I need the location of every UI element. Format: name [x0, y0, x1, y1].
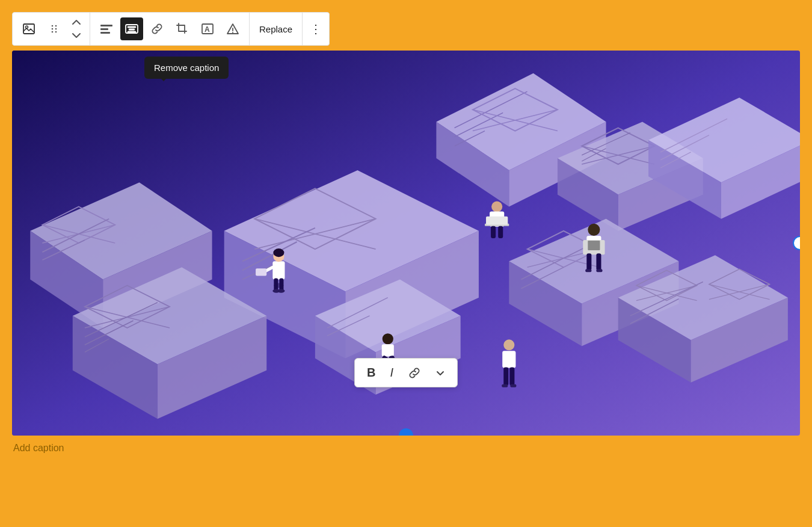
svg-rect-107 [491, 226, 496, 238]
svg-point-117 [383, 333, 393, 344]
svg-point-2 [52, 25, 54, 27]
svg-rect-118 [382, 344, 394, 356]
svg-rect-106 [486, 217, 508, 225]
svg-rect-10 [100, 32, 110, 34]
svg-point-3 [55, 25, 57, 27]
svg-rect-13 [129, 29, 135, 30]
svg-rect-108 [498, 226, 503, 238]
svg-rect-114 [596, 253, 601, 270]
svg-rect-9 [100, 28, 108, 30]
bold-button[interactable]: B [364, 363, 378, 382]
caption-more-button[interactable] [433, 366, 448, 380]
text-button[interactable]: A [196, 17, 219, 40]
svg-rect-123 [503, 368, 508, 386]
svg-rect-115 [585, 269, 591, 272]
caption-link-button[interactable] [405, 364, 423, 382]
svg-rect-8 [100, 25, 112, 26]
svg-point-5 [55, 28, 57, 30]
image-button[interactable] [17, 17, 40, 40]
svg-rect-14 [128, 31, 136, 32]
warning-button[interactable] [221, 17, 244, 40]
add-caption-text[interactable]: Add caption [12, 443, 800, 454]
align-left-button[interactable] [95, 17, 118, 40]
svg-rect-116 [596, 269, 602, 272]
svg-rect-0 [23, 24, 34, 34]
content-wrapper: Remove caption [12, 51, 800, 454]
svg-point-6 [52, 31, 54, 33]
svg-rect-97 [256, 268, 266, 276]
svg-point-103 [491, 201, 502, 212]
drag-button[interactable] [43, 17, 66, 40]
align-center-button[interactable] [120, 17, 143, 40]
svg-rect-125 [502, 384, 508, 387]
svg-rect-112 [588, 241, 600, 250]
caption-formatting-toolbar: B I [354, 358, 458, 387]
toolbar-group-image [13, 13, 90, 45]
svg-point-7 [55, 31, 57, 33]
move-up-button[interactable] [68, 16, 85, 29]
svg-rect-94 [272, 261, 285, 279]
svg-point-121 [503, 339, 514, 350]
remove-caption-tooltip: Remove caption [144, 57, 229, 79]
svg-point-101 [277, 289, 285, 293]
image-block[interactable]: B I [12, 51, 800, 436]
toolbar-group-align: A [90, 13, 250, 45]
image-toolbar: A Replace ⋮ [12, 12, 330, 46]
svg-rect-124 [509, 368, 514, 386]
svg-rect-126 [510, 384, 516, 387]
more-options-button[interactable]: ⋮ [303, 13, 329, 45]
svg-point-4 [52, 28, 54, 30]
toolbar-replace-group: Replace [250, 13, 303, 45]
crop-button[interactable] [171, 17, 194, 40]
italic-button[interactable]: I [387, 363, 396, 382]
svg-rect-12 [128, 26, 136, 28]
svg-rect-122 [502, 351, 515, 368]
svg-point-102 [273, 248, 284, 257]
svg-rect-113 [586, 253, 591, 270]
svg-point-18 [232, 32, 233, 33]
svg-point-109 [588, 224, 600, 236]
link-button[interactable] [146, 17, 168, 40]
svg-text:A: A [205, 25, 210, 34]
replace-button[interactable]: Replace [259, 24, 292, 34]
move-down-button[interactable] [68, 29, 85, 42]
move-up-down[interactable] [68, 16, 85, 42]
